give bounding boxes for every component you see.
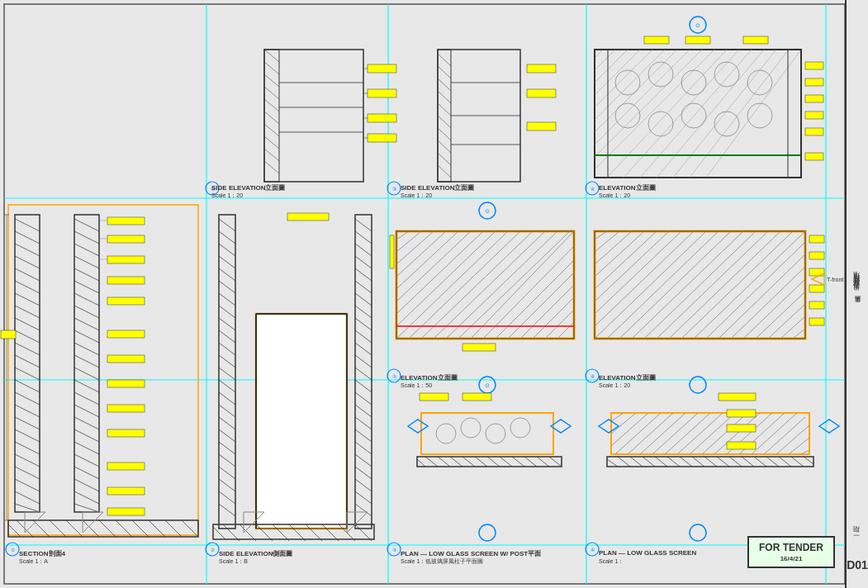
svg-line-141 [74, 417, 99, 429]
svg-line-304 [743, 279, 805, 339]
svg-line-276 [533, 297, 574, 339]
svg-rect-173 [107, 487, 145, 495]
svg-marker-382 [819, 420, 839, 433]
svg-text:⊙: ⊙ [485, 208, 490, 214]
svg-line-274 [508, 273, 574, 339]
svg-rect-172 [107, 462, 145, 470]
svg-line-348 [628, 413, 673, 454]
svg-line-366 [630, 457, 643, 467]
svg-line-225 [355, 405, 372, 417]
svg-line-145 [74, 467, 99, 479]
svg-line-263 [396, 231, 483, 314]
svg-line-204 [219, 454, 235, 467]
svg-line-373 [717, 457, 729, 467]
svg-rect-250 [287, 213, 329, 220]
svg-line-295 [632, 231, 743, 339]
svg-point-72 [681, 70, 706, 95]
svg-line-67 [673, 50, 776, 178]
svg-line-233 [355, 504, 372, 516]
svg-line-333 [512, 457, 524, 467]
svg-line-299 [681, 231, 793, 339]
svg-line-201 [219, 417, 235, 429]
svg-line-379 [791, 457, 804, 467]
svg-line-10 [264, 50, 279, 62]
svg-line-205 [219, 467, 235, 479]
svg-line-133 [74, 318, 99, 330]
svg-line-307 [780, 316, 805, 339]
svg-rect-91 [743, 36, 768, 44]
svg-line-101 [15, 231, 40, 244]
svg-rect-124 [74, 215, 99, 512]
svg-line-198 [219, 380, 235, 392]
svg-point-320 [436, 424, 456, 443]
svg-rect-280 [462, 344, 496, 351]
svg-line-36 [438, 91, 451, 103]
svg-text:⑤: ⑤ [392, 374, 396, 379]
svg-line-291 [595, 231, 694, 326]
svg-line-285 [595, 231, 619, 252]
svg-line-194 [219, 330, 235, 343]
svg-line-152 [33, 520, 50, 537]
title-block: 風雨廊裝飾格柵墻 施工圖 一期 D01 [845, 0, 868, 588]
svg-rect-47 [527, 89, 556, 97]
svg-text:④: ④ [591, 187, 595, 192]
svg-rect-184 [219, 215, 235, 529]
svg-point-79 [747, 103, 772, 128]
title-main: 風雨廊裝飾格柵墻 [853, 282, 862, 296]
svg-line-113 [15, 380, 40, 392]
svg-line-261 [396, 231, 458, 289]
svg-line-53 [595, 50, 603, 58]
svg-line-210 [355, 219, 372, 231]
svg-rect-319 [421, 413, 553, 454]
svg-line-230 [355, 467, 372, 479]
svg-line-156 [99, 520, 116, 537]
svg-line-241 [223, 524, 240, 541]
svg-rect-84 [805, 78, 823, 86]
svg-line-206 [219, 479, 235, 491]
svg-line-368 [655, 457, 667, 467]
svg-rect-255 [396, 231, 574, 339]
svg-line-258 [396, 231, 421, 252]
svg-line-126 [74, 231, 99, 244]
svg-line-158 [132, 520, 149, 537]
svg-line-232 [355, 491, 372, 504]
svg-line-376 [754, 457, 766, 467]
svg-line-375 [742, 457, 754, 467]
svg-marker-381 [599, 420, 619, 433]
svg-line-62 [595, 50, 714, 169]
svg-point-71 [648, 62, 673, 87]
svg-line-270 [458, 231, 570, 339]
svg-rect-82 [788, 50, 801, 178]
tender-label: FOR TENDER [759, 542, 823, 553]
svg-line-146 [74, 479, 99, 491]
svg-line-107 [15, 306, 40, 318]
svg-rect-85 [805, 95, 823, 102]
svg-line-33 [438, 54, 451, 66]
svg-line-196 [219, 355, 235, 368]
svg-line-157 [116, 520, 132, 537]
svg-line-109 [15, 330, 40, 343]
svg-line-290 [595, 231, 681, 314]
svg-line-360 [776, 425, 809, 454]
svg-line-17 [264, 136, 279, 149]
svg-line-344 [611, 413, 624, 421]
svg-line-125 [74, 219, 99, 231]
svg-line-119 [15, 454, 40, 467]
svg-rect-340 [420, 393, 448, 401]
svg-rect-166 [107, 297, 145, 305]
svg-point-73 [714, 62, 739, 87]
svg-rect-86 [805, 111, 823, 119]
svg-line-111 [15, 355, 40, 368]
svg-line-15 [264, 111, 279, 124]
svg-line-159 [149, 520, 165, 537]
svg-line-202 [219, 429, 235, 442]
section-scale-3: Scale 1：20 [599, 192, 630, 200]
svg-line-208 [219, 504, 235, 516]
svg-line-100 [15, 219, 40, 231]
svg-line-271 [471, 231, 574, 339]
svg-line-130 [74, 281, 99, 293]
svg-line-207 [219, 491, 235, 504]
svg-marker-252 [347, 512, 368, 533]
svg-rect-341 [462, 393, 491, 401]
drawing-area: ⊙ [0, 0, 868, 588]
